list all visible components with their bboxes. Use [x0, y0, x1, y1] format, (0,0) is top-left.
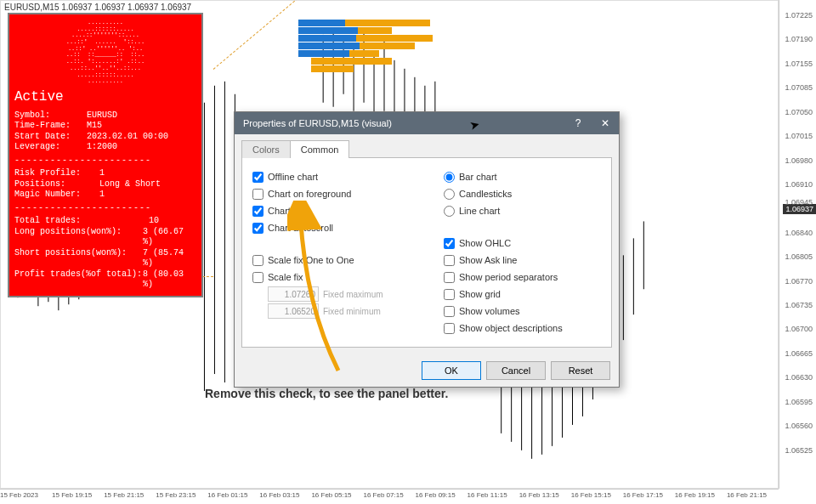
dialog-buttons: OK Cancel Reset [235, 354, 619, 387]
value: EURUSD [87, 110, 117, 122]
help-button[interactable]: ? [564, 112, 592, 134]
bar-chart-radio[interactable]: Bar chart [444, 168, 601, 185]
ea-logo-ascii: .......... .....::::::..... ....::''''''… [14, 20, 196, 85]
cancel-button[interactable]: Cancel [486, 361, 546, 380]
show-grid-checkbox[interactable]: Show grid [444, 286, 601, 303]
value: 1 [99, 168, 105, 179]
tab-panel-common: Offline chart Chart on foreground Chart … [241, 157, 612, 348]
label: Show object descriptions [459, 323, 563, 333]
market-profile [298, 20, 460, 73]
line-chart-radio[interactable]: Line chart [444, 202, 601, 219]
label: Chart autoscroll [268, 223, 333, 233]
label: Offline chart [268, 172, 318, 182]
label: Short positions(won%): [14, 248, 143, 269]
chart-autoscroll-checkbox[interactable]: Chart autoscroll [252, 219, 410, 236]
value: 1:2000 [87, 142, 117, 153]
label: Total trades: [14, 216, 149, 227]
separator: ----------------------- [14, 156, 196, 167]
chart-area[interactable]: EURUSD,M15 1.06937 1.06937 1.06937 1.069… [0, 0, 779, 489]
label: Bar chart [459, 172, 497, 182]
show-ohlc-checkbox[interactable]: Show OHLC [444, 235, 601, 252]
dialog-title: Properties of EURUSD,M15 (visual) [243, 118, 392, 128]
label: Chart shift [268, 206, 310, 216]
tab-strip: Colors Common [235, 134, 619, 157]
label: Fixed minimum [323, 307, 381, 316]
label: Scale fix One to One [268, 255, 354, 265]
label: Show grid [459, 289, 501, 299]
value: 10 [149, 216, 159, 227]
label: Candlesticks [459, 189, 512, 199]
label: Line chart [459, 206, 500, 216]
fixed-min-input[interactable] [268, 303, 319, 319]
show-volumes-checkbox[interactable]: Show volumes [444, 303, 601, 320]
separator: ----------------------- [14, 203, 196, 214]
value: Long & Short [99, 179, 161, 190]
value: 8 (80.03 %) [143, 269, 196, 291]
ea-info-panel: .......... .....::::::..... ....::''''''… [8, 13, 203, 297]
dialog-titlebar[interactable]: Properties of EURUSD,M15 (visual) ? ✕ [235, 112, 619, 134]
properties-dialog: Properties of EURUSD,M15 (visual) ? ✕ Co… [234, 111, 620, 388]
label: Fixed maximum [323, 290, 383, 299]
show-objects-checkbox[interactable]: Show object descriptions [444, 320, 601, 337]
x-axis: 15 Feb 202315 Feb 19:1515 Feb 21:1515 Fe… [0, 489, 779, 504]
y-axis: 1.072251.071901.071551.070851.070501.070… [779, 0, 816, 489]
scale-fix-one-checkbox[interactable]: Scale fix One to One [252, 252, 410, 269]
tab-colors[interactable]: Colors [241, 140, 291, 158]
label: Start Date: [14, 132, 87, 143]
ok-button[interactable]: OK [422, 361, 481, 380]
label: Profit trades(%of total): [14, 269, 143, 291]
label: Show Ask line [459, 255, 517, 265]
label: Show OHLC [459, 238, 511, 248]
label: Leverage: [14, 142, 87, 153]
label: Time-Frame: [14, 121, 87, 132]
chart-foreground-checkbox[interactable]: Chart on foreground [252, 185, 410, 202]
ea-status: Active [14, 88, 196, 105]
reset-button[interactable]: Reset [551, 361, 610, 380]
show-separators-checkbox[interactable]: Show period separators [444, 269, 601, 286]
label: Risk Profile: [14, 168, 99, 179]
label: Show volumes [459, 306, 520, 316]
chart-shift-checkbox[interactable]: Chart shift [252, 202, 410, 219]
show-ask-checkbox[interactable]: Show Ask line [444, 252, 601, 269]
scale-fix-checkbox[interactable]: Scale fix [252, 269, 410, 286]
tab-common[interactable]: Common [290, 140, 350, 158]
fixed-max-input[interactable] [268, 286, 319, 302]
label: Chart on foreground [268, 189, 351, 199]
label: Symbol: [14, 110, 87, 122]
close-button[interactable]: ✕ [592, 112, 619, 134]
offline-chart-checkbox[interactable]: Offline chart [252, 168, 410, 185]
label: Show period separators [459, 272, 558, 282]
value: M15 [87, 121, 102, 132]
label: Magic Number: [14, 190, 99, 201]
value: 7 (85.74 %) [143, 248, 196, 269]
label: Scale fix [268, 272, 303, 282]
value: 3 (66.67 %) [143, 227, 196, 248]
annotation-text: Remove this check, to see the panel bett… [205, 387, 448, 400]
label: Long positions(won%): [14, 227, 143, 248]
value: 2023.02.01 00:00 [87, 132, 168, 143]
candlesticks-radio[interactable]: Candlesticks [444, 185, 601, 202]
label: Positions: [14, 179, 99, 190]
value: 1 [99, 190, 105, 201]
